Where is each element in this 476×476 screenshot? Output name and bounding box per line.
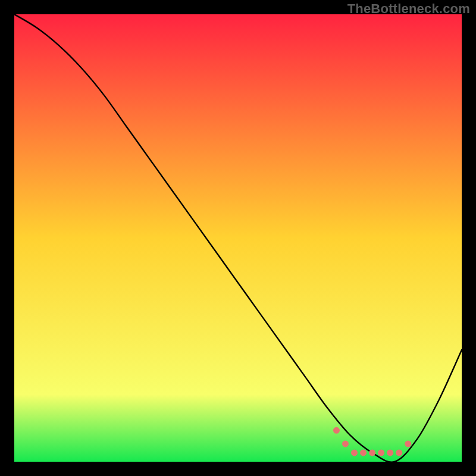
- optimal-marker: [405, 440, 411, 447]
- optimal-marker: [387, 449, 393, 456]
- chart-svg: [14, 14, 462, 462]
- optimal-marker: [378, 449, 384, 456]
- optimal-marker: [351, 449, 358, 456]
- optimal-marker: [396, 449, 402, 456]
- optimal-marker: [369, 449, 375, 456]
- optimal-marker: [333, 427, 340, 434]
- plot-area: [14, 14, 462, 462]
- optimal-marker: [360, 449, 367, 456]
- optimal-marker: [342, 440, 349, 447]
- chart-frame: TheBottleneck.com: [0, 0, 476, 476]
- gradient-background: [14, 14, 462, 462]
